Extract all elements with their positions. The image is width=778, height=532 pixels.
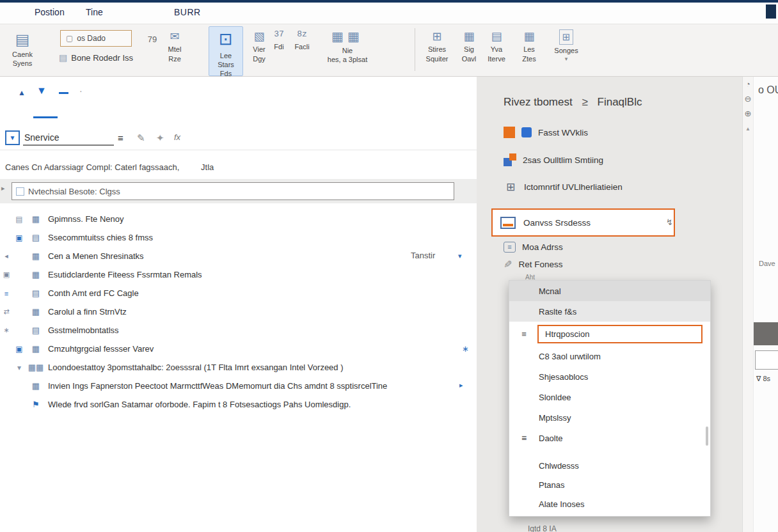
search-box[interactable] [12,182,454,200]
nie-button[interactable]: ▦▦ Nie hes, a 3plsat [314,28,381,65]
list-item[interactable]: ◂ ▦ Cen a Menen Shresinatks [0,247,477,265]
menu-item-label: Ptanas [539,480,564,490]
menu-item[interactable]: Mptslssy [509,407,710,428]
panel-item-moa[interactable]: ≡ Moa Adrss [504,242,563,253]
ribbon-label: Nie [314,46,381,55]
menu-item-daolte[interactable]: ≡ Daolte [509,428,710,448]
panel-item-oulltlim[interactable]: 2sas Oulltlim Smtiing [504,153,603,166]
filter-box-icon[interactable]: ▼ [5,130,20,145]
circle-icon[interactable]: ⊕ [743,106,753,121]
panel-item-fasst[interactable]: Fasst WVklis [504,127,588,138]
panel-item-ictomnrtif[interactable]: ⊞ Ictomnrtif UVLlherliatieien [504,180,623,194]
lines-icon[interactable]: ≡ [118,132,123,143]
search-input[interactable] [28,187,450,196]
fx-icon[interactable]: fx [174,132,180,142]
vertical-scrollbar[interactable]: ◔ ⊖ ⊕ ▲ [742,77,753,532]
selected-row-fragment[interactable] [754,322,778,345]
circle-icon[interactable]: ⊖ [743,91,753,106]
document-icon: ▦ [27,381,45,391]
boxed-page-icon: ⊞ [559,29,574,45]
sig-button[interactable]: ▦ Sig Oavl [456,29,482,63]
list-item[interactable]: ▣ ▦ Esutidclardente Fiteess Fssrmtan Rem… [0,265,477,284]
document-icon: ▦ [27,270,45,279]
status-line: Canes Cn Adarssiagr Compl: Caterl fagssa… [5,162,214,172]
menu-item-mcnal[interactable]: Mcnal [509,281,710,301]
les-button[interactable]: ▦ Les Ztes [514,29,544,63]
yva-button[interactable]: ▤ Yva Iterve [482,29,511,63]
minimize-icon[interactable] [59,92,68,94]
list-item[interactable]: ∗ ▤ Gsstmelmobntatlss [0,321,477,340]
filter-icon[interactable]: ▼ [36,85,47,97]
stires-button[interactable]: ⊞ Stires Squiter [420,29,454,63]
mail-button[interactable]: ✉ Mtel Rze [160,29,189,63]
panel-item-oanvss-selected[interactable]: Oanvss Srsdesss [491,208,675,237]
circle-icon[interactable]: ◔ [743,77,753,91]
tag-icon: ▤ [12,215,27,224]
status-text: Canes Cn Adarssiagr Compl: Caterl fagssa… [5,162,179,172]
ribbon-label: Rze [160,54,189,63]
menu-item[interactable]: Shjesaoblocs [509,366,710,387]
menu-scrollbar-thumb[interactable] [706,426,708,446]
pencil-icon: ✎ [504,258,512,270]
rules-button-selected[interactable]: ⊡ Lee Stars Fds [209,26,243,76]
list-item[interactable]: ⇄ ▦ Carolul a finn StrnVtz [0,302,477,321]
list-item[interactable]: ▾ ▦▦ Loondoestattoy 3pomsttahalbc: 2oess… [0,358,477,377]
blue-app-icon [521,127,532,137]
list-item-label: Cen a Menen Shresinatks [48,251,144,261]
window-icon: ⊡ [209,29,242,51]
swap-icon: ⇄ [1,308,12,316]
flag-icon: ⚑ [27,400,45,409]
ribbon-label: Yva [482,45,511,54]
list-item[interactable]: ▣ ▤ Ssecommtuitss chies 8 fmss [0,228,477,247]
panel-item-ret[interactable]: ✎ Ret Foness [504,258,562,270]
window-control-icon[interactable] [766,4,776,19]
document-icon: ▦ [27,344,45,354]
panel-header: Rivez tbomest ≥ FinaqlBlc [504,96,642,109]
menu-tab-burr[interactable]: BURR [174,7,201,17]
filter-label-fragment: ∇ 8s [756,375,770,383]
menu-tab-postion[interactable]: Postion [35,7,65,17]
clipboard-group-button[interactable]: ▤ Caenk Syens [4,29,41,68]
numeric-icon: 8z [289,29,315,40]
active-tab-indicator [33,116,58,118]
menu-item[interactable]: Alate Inoses [509,494,710,513]
list-item[interactable]: ▦ Invien Ings Fapnerston Peectoot Marmct… [0,377,477,395]
document-icon: ▦ [27,307,45,317]
list-item[interactable]: ▤ ▦ Gpimnss. Fte Nenoy [0,210,477,228]
ribbon-separator [415,28,415,71]
brush-icon[interactable]: ✎ [137,132,145,144]
list-item[interactable]: ⚑ Wlede frvd sorlGan Satamar oforbode. F… [0,395,477,414]
songes-button[interactable]: ⊞ Songes ▾ [548,29,585,63]
sparkle-icon[interactable]: ✦ [156,132,164,144]
input-fragment[interactable] [755,350,778,370]
list-item[interactable]: ≡ ▤ Conth Amt erd FC Cagle [0,284,477,302]
scroll-up-arrow-icon[interactable]: ▲ [743,126,753,132]
ribbon-label: Caenk [4,50,41,59]
asterisk-icon: ∗ [462,344,469,354]
fdi-button[interactable]: 37 Fdi [267,29,290,51]
chevron-down-icon[interactable]: ▾ [458,252,462,260]
facli-button[interactable]: 8z Facli [289,29,315,51]
tag-icon: ▣ [12,345,27,354]
view-selector-combobox[interactable]: Snervice [23,130,114,146]
ribbon-label: Oavl [456,54,482,63]
sort-up-icon[interactable]: ▲ [18,88,26,97]
page-icon: ▦ [514,29,544,44]
message-list-pane: ▲ ▼ · ▼ Snervice ≡ ✎ ✦ fx Canes Cn Adars… [0,77,477,532]
menu-item[interactable]: Chlwdesss [509,456,710,475]
list-item[interactable]: ▣ ▦ Cmzuhtgrgcial fessser Varev [0,340,477,358]
clipboard-icon: ▤ [4,29,41,49]
orange-app-icon [504,127,515,138]
badge-button[interactable]: 79 [145,35,160,45]
menu-item[interactable]: Slonldee [509,387,710,407]
menu-item[interactable]: Ptanas [509,475,710,494]
menu-item-raslte[interactable]: Raslte f&s [509,301,710,322]
delete-button[interactable]: ▢ os Dado [60,30,132,47]
menu-item[interactable]: C8 3aol urwtilom [509,346,710,366]
menu-item-htrqposcion-selected[interactable]: ≡ Htrqposcion [509,322,710,346]
chevron-left-icon: ◂ [1,252,12,260]
list-item-label: Gpimnss. Fte Nenoy [48,214,124,224]
ribbon-label: Squiter [420,54,454,63]
folder-caption[interactable]: ▤ Bone Rodedr Iss [59,52,133,63]
menu-tab-tine[interactable]: Tine [86,7,103,17]
